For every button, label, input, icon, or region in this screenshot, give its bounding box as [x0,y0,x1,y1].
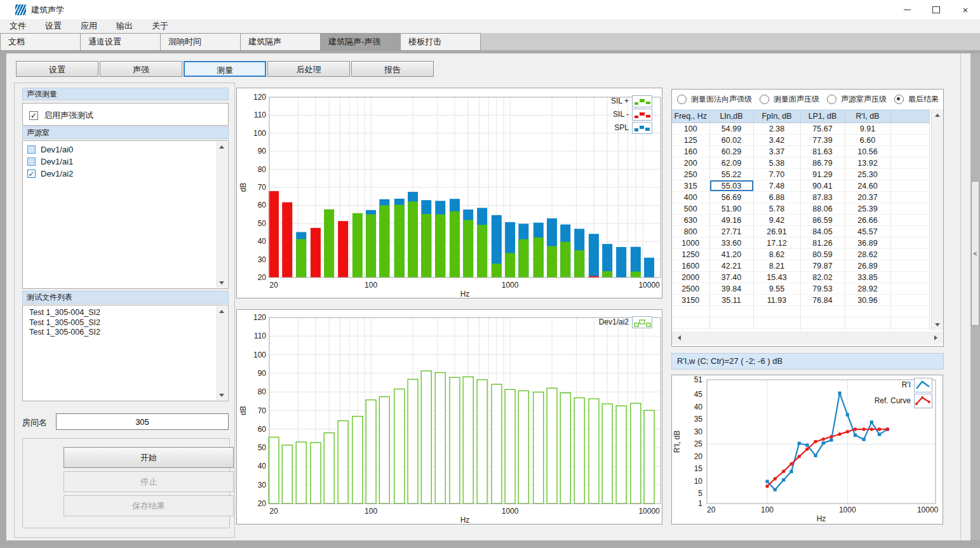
enable-intensity-checkbox[interactable]: ✓ [29,111,38,120]
table-cell[interactable]: 20.37 [845,192,890,203]
table-cell[interactable] [890,283,929,295]
device-checkbox[interactable] [27,157,36,166]
tab-2[interactable]: 混响时间 [161,33,241,51]
table-cell[interactable]: 77.39 [800,135,845,146]
radio-icon[interactable] [677,95,687,104]
table-cell[interactable]: 7.70 [753,169,800,180]
table-cell[interactable]: 25.30 [845,169,890,180]
view-option-2[interactable]: 声源室声压级 [827,94,887,105]
table-cell[interactable]: 81.63 [800,146,845,157]
table-cell[interactable]: 75.67 [800,123,845,135]
scroll-down-icon[interactable] [933,320,942,329]
scroll-down-icon[interactable] [217,391,226,399]
table-cell[interactable]: 25.39 [845,203,890,215]
table-cell[interactable]: 79.87 [800,260,845,272]
device-list-scrollbar[interactable] [217,142,227,288]
table-cell[interactable]: 100 [672,123,709,135]
table-cell[interactable]: 35.11 [709,295,753,306]
subtab-3[interactable]: 后处理 [267,61,350,77]
menu-item-2[interactable]: 应用 [71,19,107,33]
table-cell[interactable]: 55.22 [709,169,753,180]
table-cell[interactable]: 3.37 [753,146,800,157]
table-cell[interactable] [890,123,929,135]
table-cell[interactable]: 76.84 [800,295,845,306]
stop-button[interactable]: 停止 [64,471,234,492]
table-cell[interactable]: 11.93 [753,295,800,306]
test-file-item[interactable]: Test 1_305-005_SI2 [29,318,228,328]
close-button[interactable]: × [951,0,980,19]
table-cell[interactable] [890,146,929,157]
room-name-input[interactable] [56,413,229,430]
table-cell[interactable]: 28.92 [845,283,890,295]
table-cell[interactable]: 315 [672,180,709,192]
radio-icon[interactable] [894,95,904,104]
start-button[interactable]: 开始 [64,447,234,468]
table-cell[interactable]: 37.40 [709,272,753,283]
table-cell[interactable]: 45.57 [845,226,890,237]
scroll-left-icon[interactable] [675,333,683,342]
scroll-up-icon[interactable] [933,110,942,119]
tab-0[interactable]: 文档 [0,33,81,51]
table-cell[interactable]: 10.56 [845,146,890,157]
table-cell[interactable]: 2500 [672,283,709,295]
radio-icon[interactable] [760,95,769,104]
device-list-item[interactable]: Dev1/ai0 [23,144,228,156]
table-cell[interactable]: 125 [672,135,709,146]
table-cell[interactable]: 26.91 [753,226,800,237]
view-option-1[interactable]: 测量面声压级 [760,94,819,105]
table-cell[interactable]: 33.60 [709,237,753,249]
table-cell[interactable] [890,180,929,192]
scroll-right-icon[interactable] [931,333,940,342]
table-cell[interactable]: 79.53 [800,283,845,295]
menu-item-1[interactable]: 设置 [36,19,71,33]
table-cell[interactable] [890,135,929,146]
table-cell[interactable]: 39.84 [709,283,753,295]
table-cell[interactable]: 60.02 [709,135,753,146]
table-cell[interactable]: 41.20 [709,249,753,260]
table-cell[interactable]: 7.48 [753,180,800,192]
table-cell[interactable]: 56.69 [709,192,753,203]
subtab-2[interactable]: 测量 [184,61,266,77]
table-cell[interactable]: 60.29 [709,146,753,157]
table-cell[interactable] [890,203,929,215]
table-cell[interactable]: 1600 [672,260,709,272]
scroll-up-icon[interactable] [217,142,226,151]
table-cell[interactable]: 49.16 [709,215,753,226]
table-cell[interactable]: 1000 [672,237,709,249]
table-cell[interactable]: 86.59 [800,215,845,226]
table-cell[interactable]: 26.89 [845,260,890,272]
scroll-up-icon[interactable] [217,307,226,316]
view-option-0[interactable]: 测量面法向声强级 [677,94,752,105]
table-cell[interactable]: 400 [672,192,709,203]
test-file-item[interactable]: Test 1_305-004_SI2 [29,308,228,318]
table-cell[interactable]: 55.03 [709,180,753,192]
subtab-0[interactable]: 设置 [16,61,98,77]
table-cell[interactable]: 81.26 [800,237,845,249]
table-cell[interactable] [890,260,929,272]
table-cell[interactable]: 91.29 [800,169,845,180]
device-checkbox[interactable]: ✓ [27,170,36,178]
table-cell[interactable] [890,295,929,306]
test-file-item[interactable]: Test 1_305-006_SI2 [29,328,228,338]
file-list-scrollbar[interactable] [217,306,227,400]
table-cell[interactable]: 250 [672,169,709,180]
table-cell[interactable] [890,169,929,180]
table-cell[interactable]: 62.09 [709,157,753,169]
table-cell[interactable]: 84.05 [800,226,845,237]
table-cell[interactable]: 30.96 [845,295,890,306]
menu-item-0[interactable]: 文件 [0,19,36,33]
maximize-button[interactable] [922,0,951,19]
table-v-scrollbar[interactable] [931,109,943,330]
table-h-scrollbar[interactable] [672,331,943,345]
table-cell[interactable]: 3.42 [753,135,800,146]
table-cell[interactable]: 160 [672,146,709,157]
table-cell[interactable]: 2000 [672,272,709,283]
table-cell[interactable]: 630 [672,215,709,226]
table-cell[interactable] [890,272,929,283]
tab-1[interactable]: 通道设置 [81,33,161,51]
table-cell[interactable]: 26.66 [845,215,890,226]
table-cell[interactable]: 6.60 [845,135,890,146]
table-cell[interactable]: 36.89 [845,237,890,249]
table-cell[interactable]: 3150 [672,295,709,306]
table-cell[interactable]: 87.83 [800,192,845,203]
